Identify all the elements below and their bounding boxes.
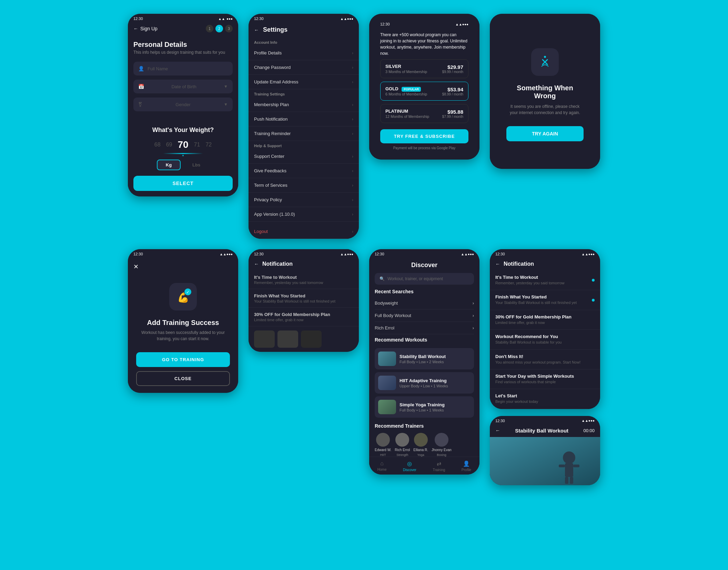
recent-item-3[interactable]: Rich Errol › <box>375 322 474 334</box>
help-support-label: Help & Support <box>249 141 359 149</box>
gender-input[interactable]: ⚧ Gender ▼ <box>133 98 233 111</box>
status-bar-3: 12:30 ▲▲●●● <box>375 19 474 28</box>
personal-content: Personal Details This info helps us desi… <box>128 35 238 121</box>
chevron-icon-2: › <box>352 65 353 70</box>
error-screen: Something When Wrong It seems you are of… <box>490 14 600 169</box>
success-title: Add Training Success <box>147 319 219 327</box>
success-content: 💪 ✓ Add Training Success Workout has bee… <box>128 276 238 393</box>
workout-card-2[interactable]: HIIT Adaptive Training Upper Body • Low … <box>375 372 474 394</box>
recent-item-1[interactable]: Bodyweight › <box>375 297 474 309</box>
trainers-title: Recommend Trainers <box>375 423 474 429</box>
update-email-item[interactable]: Update Email Address › <box>249 75 359 89</box>
notif-thumb-2 <box>277 330 298 348</box>
bottom-nav: ⌂ Home ◎ Discover ⇄ Training 👤 Profile <box>369 457 479 475</box>
notif-back[interactable]: ← <box>254 261 259 267</box>
change-password-item[interactable]: Change Password › <box>249 60 359 75</box>
weight-71: 71 <box>194 142 200 148</box>
try-subscribe-button[interactable]: TRY FREE & SUBSCRIBE <box>380 129 468 143</box>
trainer-2[interactable]: Rich Errol Strength <box>395 433 410 457</box>
time: 12:30 <box>133 17 143 21</box>
back-button[interactable]: ← Sign Up <box>133 26 158 31</box>
privacy-policy-item[interactable]: Privacy Policy › <box>249 193 359 207</box>
workout-card-3[interactable]: Simple Yoga Training Full Body • Low • 1… <box>375 396 474 418</box>
notif-item-3[interactable]: 30% OFF for Gold Membership Plan Limited… <box>249 308 359 326</box>
error-subtitle: It seems you are offline, please check y… <box>506 103 584 116</box>
kg-button[interactable]: Kg <box>157 160 181 170</box>
fullname-input[interactable]: 👤 Full Name <box>133 62 233 75</box>
notif8-item-7[interactable]: Let's Start Begin your workout today <box>490 389 600 409</box>
search-icon: 🔍 <box>380 276 385 281</box>
settings-screen: 12:30 ▲▲●●● ← Settings Account Info Prof… <box>249 14 359 239</box>
trainer-3[interactable]: Elliana R. Yoga <box>413 433 428 457</box>
status-bar-5: 12:30 ▲▲●●● <box>128 249 238 257</box>
support-center-item[interactable]: Support Center › <box>249 149 359 164</box>
platinum-plan[interactable]: PLATINUM 12 Months of Membership $95.88 … <box>380 104 468 123</box>
home-icon: ⌂ <box>380 460 384 467</box>
notif8-title: Notification <box>504 261 534 267</box>
workout-thumb-2 <box>378 376 396 390</box>
term-of-services-item[interactable]: Term of Services › <box>249 178 359 193</box>
page-title: Sign Up <box>140 26 158 31</box>
gold-plan[interactable]: GOLD POPULAR 6 Months of Membership $53.… <box>380 82 468 101</box>
close-button[interactable]: CLOSE <box>136 371 230 386</box>
phone-discover: 12:30 ▲▲●●● Discover 🔍 Workout, trainer,… <box>369 249 479 475</box>
recent-item-2[interactable]: Full Body Workout › <box>375 309 474 322</box>
trainer-avatar-1 <box>376 433 390 447</box>
membership-plan-item[interactable]: Membership Plan › <box>249 98 359 112</box>
go-to-training-button[interactable]: GO TO TRAINING <box>136 352 230 367</box>
workout-hero-image <box>490 437 600 485</box>
lbs-button[interactable]: Lbs <box>183 160 209 170</box>
close-x-button[interactable]: ✕ <box>128 257 238 276</box>
give-feedbacks-item[interactable]: Give Feedbacks › <box>249 164 359 178</box>
recommend-workouts: Recommend Workouts Stability Ball Workou… <box>369 337 479 418</box>
workout-card-1[interactable]: Stability Ball Workout Full Body • Low •… <box>375 348 474 369</box>
workout-back[interactable]: ← <box>495 428 500 433</box>
trainer-avatar-2 <box>395 433 409 447</box>
user-icon: 👤 <box>138 66 144 71</box>
settings-back[interactable]: ← <box>254 27 259 33</box>
select-weight-button[interactable]: SELECT <box>133 176 233 191</box>
status-bar-6: 12:30 ▲▲●●● <box>249 249 359 257</box>
unit-toggle: Kg Lbs <box>133 160 233 170</box>
dob-input[interactable]: 📅 Date of Birth ▼ <box>133 80 233 93</box>
trainer-1[interactable]: Edward W. HIIT <box>375 433 391 457</box>
workout-thumb-1 <box>378 352 396 366</box>
nav-home[interactable]: ⌂ Home <box>377 460 387 472</box>
error-icon <box>531 48 559 76</box>
notif-item-1[interactable]: It's Time to Workout Remember, yesterday… <box>249 271 359 289</box>
phone-add-training-success: 12:30 ▲▲●●● ✕ 💪 ✓ Add Training Success W… <box>128 249 238 393</box>
success-icon: 💪 ✓ <box>169 283 197 311</box>
chevron-icon-10: › <box>352 197 353 202</box>
status-bar-2: 12:30 ▲▲●●● <box>249 14 359 22</box>
nav-profile[interactable]: 👤 Profile <box>462 460 471 472</box>
search-bar[interactable]: 🔍 Workout, trainer, or equipment <box>375 273 474 285</box>
trainer-4[interactable]: Jhonny Evan Boxing <box>432 433 452 457</box>
chevron-icon-8: › <box>352 169 353 173</box>
popular-badge: POPULAR <box>402 87 421 92</box>
nav-training[interactable]: ⇄ Training <box>433 460 445 472</box>
gender-placeholder: Gender <box>175 102 190 107</box>
notif8-item-1[interactable]: It's Time to Workout Remember, yesterday… <box>490 271 600 290</box>
notif8-item-3[interactable]: 30% OFF for Gold Membership Plan Limited… <box>490 310 600 330</box>
weight-track[interactable] <box>133 153 233 154</box>
chevron-icon-3: › <box>352 80 353 84</box>
notification-header: ← Notification <box>249 257 359 271</box>
try-again-button[interactable]: TRY AGAIN <box>506 126 584 141</box>
notif8-item-2[interactable]: Finish What You Started Your Stability B… <box>490 290 600 310</box>
notif8-back[interactable]: ← <box>495 261 500 267</box>
silver-plan[interactable]: SILVER 3 Months of Membership $29.97 $9.… <box>380 59 468 78</box>
push-notification-item[interactable]: Push Notification › <box>249 112 359 126</box>
notif8-item-6[interactable]: Start Your Day with Simple Workouts Find… <box>490 369 600 389</box>
notif-item-2[interactable]: Finish What You Started Your Stability B… <box>249 289 359 308</box>
profile-details-item[interactable]: Profile Details › <box>249 46 359 60</box>
success-screen: 12:30 ▲▲●●● ✕ 💪 ✓ Add Training Success W… <box>128 249 238 393</box>
notif8-item-4[interactable]: Workout Recommend for You Stability Ball… <box>490 330 600 349</box>
training-reminder-item[interactable]: Training Reminder › <box>249 126 359 141</box>
search-placeholder: Workout, trainer, or equipment <box>387 276 443 281</box>
workout-timer: 00:00 <box>583 428 595 433</box>
nav-discover[interactable]: ◎ Discover <box>403 460 416 472</box>
membership-screen: 12:30 ▲▲●●● There are +500 workout progr… <box>369 14 479 160</box>
profile-icon: 👤 <box>463 460 470 467</box>
notif8-item-5[interactable]: Don't Miss It! You almost miss your work… <box>490 350 600 369</box>
logout-item[interactable]: Logout › <box>249 224 359 239</box>
